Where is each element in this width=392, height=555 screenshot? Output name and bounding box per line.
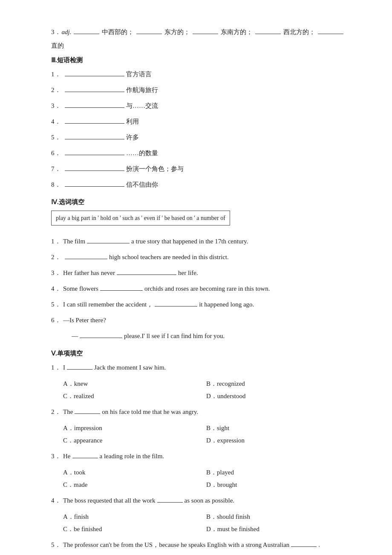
- fill-blank-5: [155, 306, 197, 306]
- fill-blank-4: [100, 290, 143, 291]
- phrase-item-3: 3． 与……交流: [51, 100, 349, 112]
- mc-item-3: 3． He a leading role in the film. A．took…: [51, 451, 349, 491]
- phrase-blank-3: [65, 107, 124, 108]
- phrase-item-7: 7． 扮演一个角色；参与: [51, 163, 349, 175]
- mc-option-3d: D．brought: [206, 479, 349, 491]
- mc-option-1d: D．understood: [206, 390, 349, 402]
- adj-blank-2: [136, 34, 162, 34]
- section-phrase-check: Ⅲ.短语检测 1． 官方语言 2． 作航海旅行 3． 与……交流 4． 利用 5…: [51, 56, 349, 191]
- mc-option-1a: A．knew: [63, 378, 206, 390]
- mc-blank-2: [75, 413, 100, 414]
- phrase-box-container: play a big part in ' hold on ' such as '…: [51, 211, 349, 231]
- mc-option-2b: B．sight: [206, 422, 349, 434]
- mc-option-2d: D．expression: [206, 434, 349, 447]
- adj-blank-5: [318, 34, 343, 34]
- mc-options-3: A．took B．played C．made D．brought: [63, 466, 349, 491]
- phrase-box: play a big part in ' hold on ' such as '…: [51, 211, 230, 225]
- mc-option-3c: C．made: [63, 479, 206, 491]
- adj-blank-4: [255, 34, 281, 34]
- mc-options-4: A．finish B．should finish C．be finished D…: [63, 511, 349, 535]
- phrase-blank-7: [65, 171, 124, 171]
- fill-item-6: 6． —Is Peter there? — please.I' ll see i…: [51, 315, 349, 342]
- mc-option-3a: A．took: [63, 466, 206, 479]
- mc-item-2: 2． The on his face told me that he was a…: [51, 406, 349, 446]
- section-mc: Ⅴ.单项填空 1． I Jack the moment I saw him. A…: [51, 350, 349, 555]
- section5-title: Ⅴ.单项填空: [51, 350, 349, 358]
- fill-item-5: 5． I can still remember the accident， it…: [51, 299, 349, 310]
- mc-blank-5: [291, 546, 317, 547]
- mc-option-1c: C．realized: [63, 390, 206, 402]
- fill-blank-2: [65, 259, 107, 259]
- mc-item-5: 5． The professor can't be from the US，be…: [51, 539, 349, 555]
- adj-text-5: 直的: [51, 39, 64, 52]
- adj-row: 3． adj. 中西部的； 东方的； 东南方的； 西北方的； 直的: [51, 26, 349, 52]
- mc-option-4b: B．should finish: [206, 511, 349, 523]
- mc-item-4: 4． The boss requested that all the work …: [51, 495, 349, 535]
- fill-item-1: 1． The film a true story that happened i…: [51, 236, 349, 247]
- mc-option-2c: C．appearance: [63, 434, 206, 447]
- phrase-blank-6: [65, 155, 124, 155]
- mc-blank-3: [72, 458, 98, 458]
- phrase-blank-8: [65, 186, 124, 187]
- phrase-item-6: 6． ……的数量: [51, 147, 349, 159]
- adj-text-3: 东南方的；: [221, 26, 253, 38]
- adj-blank-1: [74, 34, 99, 34]
- adj-text-4: 西北方的；: [283, 26, 315, 38]
- mc-item-1: 1． I Jack the moment I saw him. A．knew B…: [51, 362, 349, 402]
- mc-options-1: A．knew B．recognized C．realized D．underst…: [63, 378, 349, 402]
- mc-option-1b: B．recognized: [206, 378, 349, 390]
- phrase-blank-1: [65, 76, 124, 76]
- fill-blank-3: [117, 275, 176, 275]
- section4-title: Ⅳ.选词填空: [51, 198, 349, 206]
- phrase-item-5: 5． 许多: [51, 132, 349, 143]
- phrase-item-4: 4． 利用: [51, 116, 349, 127]
- adj-num: 3．: [51, 26, 61, 38]
- mc-blank-4: [157, 502, 183, 503]
- adj-blank-3: [193, 34, 218, 34]
- phrase-item-1: 1． 官方语言: [51, 69, 349, 80]
- phrase-blank-2: [65, 92, 124, 92]
- mc-option-4d: D．must be finished: [206, 523, 349, 535]
- fill-blank-1: [87, 243, 130, 243]
- adj-text-2: 东方的；: [164, 26, 190, 38]
- adj-text-1: 中西部的；: [102, 26, 134, 38]
- mc-option-2a: A．impression: [63, 422, 206, 434]
- mc-blank-1: [67, 369, 92, 370]
- section3-title: Ⅲ.短语检测: [51, 56, 349, 64]
- fill-item-2: 2． high school teachers are needed in th…: [51, 251, 349, 263]
- fill-item-4: 4． Some flowers orchids and roses are be…: [51, 283, 349, 295]
- mc-option-3b: B．played: [206, 466, 349, 479]
- mc-option-4a: A．finish: [63, 511, 206, 523]
- phrase-blank-4: [65, 123, 124, 124]
- phrase-blank-5: [65, 139, 124, 139]
- phrase-item-8: 8． 信不信由你: [51, 179, 349, 191]
- fill-item-3: 3． Her father has never her life.: [51, 267, 349, 279]
- adj-label: adj.: [62, 26, 72, 38]
- fill-blank-6: [80, 338, 122, 338]
- mc-option-4c: C．be finished: [63, 523, 206, 535]
- mc-options-2: A．impression B．sight C．appearance D．expr…: [63, 422, 349, 446]
- section-word-fill: Ⅳ.选词填空 play a big part in ' hold on ' su…: [51, 198, 349, 342]
- phrase-item-2: 2． 作航海旅行: [51, 84, 349, 96]
